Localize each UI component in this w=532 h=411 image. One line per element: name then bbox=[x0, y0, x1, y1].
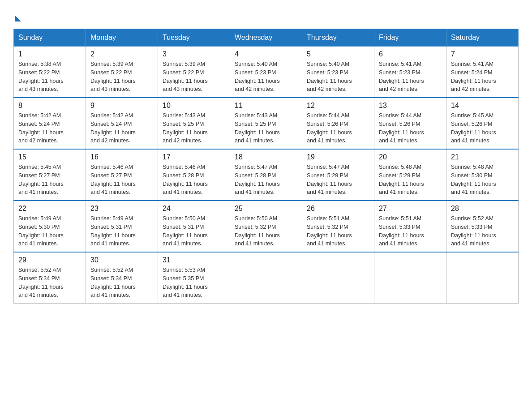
day-number: 31 bbox=[163, 256, 225, 264]
day-info: Sunrise: 5:48 AMSunset: 5:29 PMDaylight:… bbox=[379, 164, 424, 195]
day-number: 8 bbox=[18, 102, 81, 110]
day-info: Sunrise: 5:42 AMSunset: 5:24 PMDaylight:… bbox=[18, 112, 64, 144]
day-info: Sunrise: 5:47 AMSunset: 5:29 PMDaylight:… bbox=[307, 164, 352, 195]
calendar-cell: 20 Sunrise: 5:48 AMSunset: 5:29 PMDaylig… bbox=[374, 149, 446, 201]
weekday-header-tuesday: Tuesday bbox=[158, 29, 230, 47]
calendar-week-row: 8 Sunrise: 5:42 AMSunset: 5:24 PMDayligh… bbox=[14, 98, 519, 149]
calendar-week-row: 15 Sunrise: 5:45 AMSunset: 5:27 PMDaylig… bbox=[14, 149, 519, 201]
day-info: Sunrise: 5:49 AMSunset: 5:31 PMDaylight:… bbox=[90, 215, 136, 247]
day-number: 27 bbox=[379, 205, 442, 213]
page-header bbox=[13, 13, 519, 20]
day-number: 14 bbox=[451, 102, 514, 110]
day-info: Sunrise: 5:39 AMSunset: 5:22 PMDaylight:… bbox=[90, 61, 136, 92]
calendar-cell: 31 Sunrise: 5:53 AMSunset: 5:35 PMDaylig… bbox=[158, 252, 230, 304]
day-info: Sunrise: 5:51 AMSunset: 5:33 PMDaylight:… bbox=[379, 215, 424, 247]
day-info: Sunrise: 5:40 AMSunset: 5:23 PMDaylight:… bbox=[235, 61, 280, 92]
weekday-header-sunday: Sunday bbox=[14, 29, 86, 47]
day-number: 10 bbox=[163, 102, 225, 110]
calendar-cell: 23 Sunrise: 5:49 AMSunset: 5:31 PMDaylig… bbox=[86, 201, 158, 252]
calendar-cell: 25 Sunrise: 5:50 AMSunset: 5:32 PMDaylig… bbox=[230, 201, 302, 252]
day-info: Sunrise: 5:51 AMSunset: 5:32 PMDaylight:… bbox=[307, 215, 352, 247]
calendar-cell: 12 Sunrise: 5:44 AMSunset: 5:26 PMDaylig… bbox=[302, 98, 374, 149]
day-info: Sunrise: 5:48 AMSunset: 5:30 PMDaylight:… bbox=[451, 164, 496, 195]
calendar-cell: 7 Sunrise: 5:41 AMSunset: 5:24 PMDayligh… bbox=[446, 47, 519, 98]
day-info: Sunrise: 5:45 AMSunset: 5:27 PMDaylight:… bbox=[18, 164, 64, 195]
calendar-cell: 27 Sunrise: 5:51 AMSunset: 5:33 PMDaylig… bbox=[374, 201, 446, 252]
day-info: Sunrise: 5:41 AMSunset: 5:24 PMDaylight:… bbox=[451, 61, 496, 92]
day-number: 17 bbox=[163, 153, 225, 161]
day-info: Sunrise: 5:52 AMSunset: 5:34 PMDaylight:… bbox=[90, 267, 136, 298]
day-info: Sunrise: 5:45 AMSunset: 5:26 PMDaylight:… bbox=[451, 112, 496, 144]
logo bbox=[13, 13, 21, 20]
weekday-header-saturday: Saturday bbox=[446, 29, 519, 47]
day-number: 28 bbox=[451, 205, 514, 213]
calendar-cell: 9 Sunrise: 5:42 AMSunset: 5:24 PMDayligh… bbox=[86, 98, 158, 149]
day-number: 24 bbox=[163, 205, 225, 213]
day-number: 20 bbox=[379, 153, 442, 161]
weekday-header-thursday: Thursday bbox=[302, 29, 374, 47]
calendar-cell bbox=[230, 252, 302, 304]
day-info: Sunrise: 5:38 AMSunset: 5:22 PMDaylight:… bbox=[18, 61, 64, 92]
day-info: Sunrise: 5:41 AMSunset: 5:23 PMDaylight:… bbox=[379, 61, 424, 92]
day-info: Sunrise: 5:46 AMSunset: 5:27 PMDaylight:… bbox=[90, 164, 136, 195]
day-number: 30 bbox=[90, 256, 153, 264]
day-info: Sunrise: 5:42 AMSunset: 5:24 PMDaylight:… bbox=[90, 112, 136, 144]
day-info: Sunrise: 5:50 AMSunset: 5:31 PMDaylight:… bbox=[163, 215, 208, 247]
day-number: 21 bbox=[451, 153, 514, 161]
day-number: 7 bbox=[451, 50, 514, 58]
day-number: 19 bbox=[307, 153, 369, 161]
calendar-cell bbox=[446, 252, 519, 304]
weekday-header-wednesday: Wednesday bbox=[230, 29, 302, 47]
day-info: Sunrise: 5:49 AMSunset: 5:30 PMDaylight:… bbox=[18, 215, 64, 247]
calendar-cell: 22 Sunrise: 5:49 AMSunset: 5:30 PMDaylig… bbox=[14, 201, 86, 252]
calendar-cell: 30 Sunrise: 5:52 AMSunset: 5:34 PMDaylig… bbox=[86, 252, 158, 304]
day-number: 9 bbox=[90, 102, 153, 110]
calendar-week-row: 29 Sunrise: 5:52 AMSunset: 5:34 PMDaylig… bbox=[14, 252, 519, 304]
calendar-cell: 14 Sunrise: 5:45 AMSunset: 5:26 PMDaylig… bbox=[446, 98, 519, 149]
day-number: 6 bbox=[379, 50, 442, 58]
day-number: 2 bbox=[90, 50, 153, 58]
day-number: 25 bbox=[235, 205, 297, 213]
calendar-cell: 24 Sunrise: 5:50 AMSunset: 5:31 PMDaylig… bbox=[158, 201, 230, 252]
calendar-cell: 1 Sunrise: 5:38 AMSunset: 5:22 PMDayligh… bbox=[14, 47, 86, 98]
day-info: Sunrise: 5:52 AMSunset: 5:33 PMDaylight:… bbox=[451, 215, 496, 247]
day-number: 18 bbox=[235, 153, 297, 161]
day-number: 26 bbox=[307, 205, 369, 213]
day-number: 11 bbox=[235, 102, 297, 110]
day-number: 1 bbox=[18, 50, 81, 58]
day-info: Sunrise: 5:39 AMSunset: 5:22 PMDaylight:… bbox=[163, 61, 208, 92]
calendar-table: SundayMondayTuesdayWednesdayThursdayFrid… bbox=[13, 29, 519, 304]
logo-triangle-icon bbox=[15, 15, 21, 21]
calendar-cell: 4 Sunrise: 5:40 AMSunset: 5:23 PMDayligh… bbox=[230, 47, 302, 98]
calendar-cell: 15 Sunrise: 5:45 AMSunset: 5:27 PMDaylig… bbox=[14, 149, 86, 201]
day-number: 22 bbox=[18, 205, 81, 213]
day-number: 5 bbox=[307, 50, 369, 58]
day-number: 3 bbox=[163, 50, 225, 58]
day-number: 29 bbox=[18, 256, 81, 264]
calendar-cell: 6 Sunrise: 5:41 AMSunset: 5:23 PMDayligh… bbox=[374, 47, 446, 98]
calendar-cell: 26 Sunrise: 5:51 AMSunset: 5:32 PMDaylig… bbox=[302, 201, 374, 252]
calendar-cell bbox=[302, 252, 374, 304]
weekday-header-row: SundayMondayTuesdayWednesdayThursdayFrid… bbox=[14, 29, 519, 47]
calendar-cell: 8 Sunrise: 5:42 AMSunset: 5:24 PMDayligh… bbox=[14, 98, 86, 149]
calendar-cell: 13 Sunrise: 5:44 AMSunset: 5:26 PMDaylig… bbox=[374, 98, 446, 149]
day-info: Sunrise: 5:52 AMSunset: 5:34 PMDaylight:… bbox=[18, 267, 64, 298]
day-number: 12 bbox=[307, 102, 369, 110]
day-info: Sunrise: 5:44 AMSunset: 5:26 PMDaylight:… bbox=[379, 112, 424, 144]
day-number: 4 bbox=[235, 50, 297, 58]
calendar-cell: 11 Sunrise: 5:43 AMSunset: 5:25 PMDaylig… bbox=[230, 98, 302, 149]
day-info: Sunrise: 5:53 AMSunset: 5:35 PMDaylight:… bbox=[163, 267, 208, 298]
day-info: Sunrise: 5:47 AMSunset: 5:28 PMDaylight:… bbox=[235, 164, 280, 195]
day-info: Sunrise: 5:44 AMSunset: 5:26 PMDaylight:… bbox=[307, 112, 352, 144]
calendar-cell: 16 Sunrise: 5:46 AMSunset: 5:27 PMDaylig… bbox=[86, 149, 158, 201]
calendar-cell: 17 Sunrise: 5:46 AMSunset: 5:28 PMDaylig… bbox=[158, 149, 230, 201]
day-number: 23 bbox=[90, 205, 153, 213]
day-info: Sunrise: 5:43 AMSunset: 5:25 PMDaylight:… bbox=[235, 112, 280, 144]
day-number: 15 bbox=[18, 153, 81, 161]
calendar-cell: 3 Sunrise: 5:39 AMSunset: 5:22 PMDayligh… bbox=[158, 47, 230, 98]
day-info: Sunrise: 5:50 AMSunset: 5:32 PMDaylight:… bbox=[235, 215, 280, 247]
calendar-cell bbox=[374, 252, 446, 304]
day-number: 16 bbox=[90, 153, 153, 161]
calendar-cell: 18 Sunrise: 5:47 AMSunset: 5:28 PMDaylig… bbox=[230, 149, 302, 201]
weekday-header-friday: Friday bbox=[374, 29, 446, 47]
